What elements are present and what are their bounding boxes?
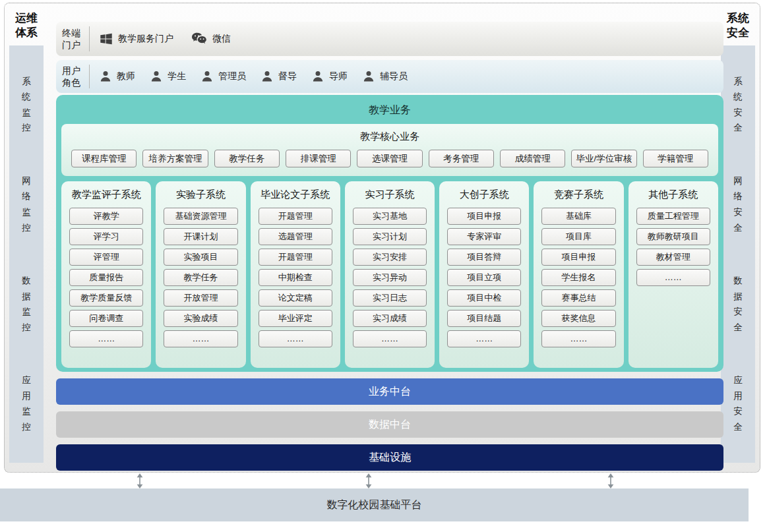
right-sidebar-panel: 系统安全网络安全数据安全应用安全 xyxy=(721,45,755,463)
role-label: 督导 xyxy=(278,71,297,82)
subsystem-title: 竞赛子系统 xyxy=(541,185,615,208)
person-icon xyxy=(99,70,112,83)
core-business-button[interactable]: 成绩管理 xyxy=(500,150,565,167)
subsystem-item-button[interactable]: 中期检查 xyxy=(259,269,332,286)
divider xyxy=(89,26,90,51)
subsystem-item-button[interactable]: 项目中检 xyxy=(447,289,521,307)
subsystem-item-button[interactable]: …… xyxy=(353,330,427,347)
subsystem-item-button[interactable]: 基础库 xyxy=(541,208,615,225)
portal-item[interactable]: 微信 xyxy=(191,32,231,46)
subsystem-item-button[interactable]: 开题管理 xyxy=(259,208,332,225)
subsystem-item-button[interactable]: 基础资源管理 xyxy=(164,208,237,225)
left-sidebar-title: 运维 体系 xyxy=(9,7,44,45)
role-item[interactable]: 学生 xyxy=(150,70,186,83)
right-sidebar-title: 系统 安全 xyxy=(721,7,755,45)
subsystem-item-button[interactable]: 实习计划 xyxy=(353,228,427,245)
subsystem-item-button[interactable]: 质量报告 xyxy=(69,269,143,286)
subsystem-item-button[interactable]: 专家评审 xyxy=(447,228,521,245)
subsystem-item-button[interactable]: 项目申报 xyxy=(541,249,615,266)
user-roles-row: 用户 角色 教师 学生 管理员 xyxy=(56,60,723,93)
core-business-button[interactable]: 培养方案管理 xyxy=(142,150,208,167)
outer-frame: 运维 体系 系统监控网络监控数据监控应用监控 系统 安全 系统安全网络安全数据安… xyxy=(4,3,760,473)
person-icon xyxy=(362,70,375,83)
subsystem-item-button[interactable]: 开题管理 xyxy=(259,249,332,266)
role-item[interactable]: 导师 xyxy=(311,70,348,83)
core-business-button[interactable]: 选课管理 xyxy=(357,150,422,167)
subsystem-item-button[interactable]: 项目立项 xyxy=(447,269,521,286)
core-business-button[interactable]: 毕业/学位审核 xyxy=(571,150,636,167)
portal-item[interactable]: 教学服务门户 xyxy=(99,32,173,46)
role-label: 管理员 xyxy=(218,71,246,82)
subsystem-item-button[interactable]: …… xyxy=(69,330,143,347)
subsystem-item-button[interactable]: 开课计划 xyxy=(164,228,237,245)
subsystem-item-button[interactable]: 项目申报 xyxy=(447,208,521,225)
subsystem-items: 质量工程管理教师教研项目教材管理…… xyxy=(636,208,710,289)
subsystem-item-button[interactable]: 评教学 xyxy=(69,208,143,225)
role-item[interactable]: 督导 xyxy=(261,70,297,83)
subsystem-item-button[interactable]: 实验成绩 xyxy=(164,310,237,327)
subsystem-item-button[interactable]: 评学习 xyxy=(69,228,143,245)
subsystem-title: 大创子系统 xyxy=(447,185,521,208)
subsystem-item-button[interactable]: 质量工程管理 xyxy=(636,208,710,225)
monitoring-item: 应用监控 xyxy=(21,372,32,435)
subsystem-column: 竞赛子系统 基础库项目库项目申报学生报名赛事总结获奖信息…… xyxy=(534,181,623,368)
subsystem-item-button[interactable]: 实习基地 xyxy=(353,208,427,225)
subsystem-item-button[interactable]: 实习成绩 xyxy=(353,310,427,327)
subsystem-item-button[interactable]: …… xyxy=(259,330,332,347)
windows-icon xyxy=(99,32,113,46)
foundation-platform-bar: 数字化校园基础平台 xyxy=(0,488,749,521)
core-business-buttons: 课程库管理培养方案管理教学任务排课管理选课管理考务管理成绩管理毕业/学位审核学籍… xyxy=(68,150,712,167)
subsystem-columns: 教学监评子系统 评教学评学习评管理质量报告教学质量反馈问卷调查…… 实验子系统 … xyxy=(61,181,718,368)
subsystem-item-button[interactable]: 实习日志 xyxy=(353,289,427,307)
role-label: 学生 xyxy=(168,71,186,82)
role-items: 教师 学生 管理员 督导 导师 xyxy=(99,70,408,83)
person-icon xyxy=(311,70,324,83)
subsystem-column: 毕业论文子系统 开题管理选题管理开题管理中期检查论文定稿毕业评定…… xyxy=(251,181,340,368)
subsystem-item-button[interactable]: 教学任务 xyxy=(164,269,237,286)
subsystem-column: 教学监评子系统 评教学评学习评管理质量报告教学质量反馈问卷调查…… xyxy=(61,181,151,368)
subsystem-item-button[interactable]: 项目库 xyxy=(541,228,615,245)
core-business-button[interactable]: 考务管理 xyxy=(429,150,494,167)
subsystem-items: 项目申报专家评审项目答辩项目立项项目中检项目结题…… xyxy=(447,208,521,351)
core-business-button[interactable]: 课程库管理 xyxy=(71,150,137,167)
subsystem-item-button[interactable]: 教学质量反馈 xyxy=(69,289,143,307)
core-business-button[interactable]: 排课管理 xyxy=(286,150,351,167)
subsystem-column: 实习子系统 实习基地实习计划实习安排实习异动实习日志实习成绩…… xyxy=(345,181,435,368)
platform-layer-bar: 业务中台 xyxy=(56,378,723,405)
role-item[interactable]: 教师 xyxy=(99,70,135,83)
subsystem-item-button[interactable]: 实习异动 xyxy=(353,269,427,286)
subsystem-item-button[interactable]: 获奖信息 xyxy=(541,310,615,327)
subsystem-item-button[interactable]: 教师教研项目 xyxy=(636,228,710,245)
subsystem-item-button[interactable]: 项目答辩 xyxy=(447,249,521,266)
subsystem-items: 基础资源管理开课计划实验项目教学任务开放管理实验成绩…… xyxy=(164,208,237,351)
core-business-button[interactable]: 教学任务 xyxy=(214,150,280,167)
subsystem-item-button[interactable]: 论文定稿 xyxy=(259,289,332,307)
subsystem-item-button[interactable]: 赛事总结 xyxy=(541,289,615,307)
subsystem-item-button[interactable]: …… xyxy=(541,330,615,347)
core-business-title: 教学核心业务 xyxy=(68,129,712,150)
subsystem-item-button[interactable]: 项目结题 xyxy=(447,310,521,327)
subsystem-item-button[interactable]: 学生报名 xyxy=(541,269,615,286)
subsystem-item-button[interactable]: …… xyxy=(164,330,237,347)
subsystem-item-button[interactable]: 选题管理 xyxy=(259,228,332,245)
subsystem-item-button[interactable]: 实验项目 xyxy=(164,249,237,266)
terminal-portal-row: 终端 门户 教学服务门户 微信 xyxy=(56,22,723,56)
subsystem-item-button[interactable]: 教材管理 xyxy=(636,249,710,266)
role-item[interactable]: 辅导员 xyxy=(362,70,408,83)
role-item[interactable]: 管理员 xyxy=(200,70,246,83)
subsystem-item-button[interactable]: 问卷调查 xyxy=(69,310,143,327)
subsystem-items: 实习基地实习计划实习安排实习异动实习日志实习成绩…… xyxy=(353,208,427,351)
security-item: 应用安全 xyxy=(733,372,743,435)
wechat-icon xyxy=(191,32,208,46)
person-icon xyxy=(150,70,163,83)
subsystem-item-button[interactable]: 实习安排 xyxy=(353,249,427,266)
subsystem-item-button[interactable]: …… xyxy=(447,330,521,347)
core-business-button[interactable]: 学籍管理 xyxy=(643,150,708,167)
role-label: 辅导员 xyxy=(380,71,408,82)
subsystem-item-button[interactable]: …… xyxy=(636,269,710,286)
subsystem-item-button[interactable]: 毕业评定 xyxy=(259,310,332,327)
subsystem-items: 基础库项目库项目申报学生报名赛事总结获奖信息…… xyxy=(541,208,615,351)
left-sidebar-panel: 系统监控网络监控数据监控应用监控 xyxy=(9,45,44,463)
subsystem-item-button[interactable]: 开放管理 xyxy=(164,289,237,307)
subsystem-item-button[interactable]: 评管理 xyxy=(69,249,143,266)
